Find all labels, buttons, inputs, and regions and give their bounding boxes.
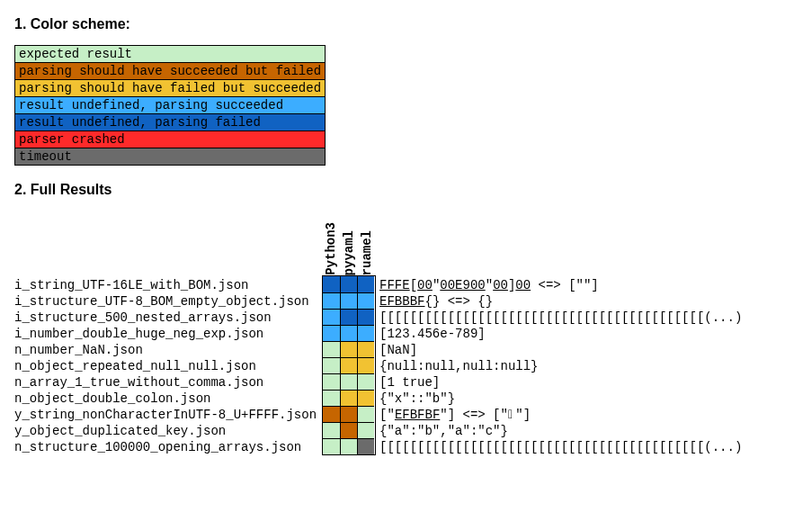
result-cell — [340, 373, 357, 390]
legend-row: parser crashed — [15, 130, 325, 148]
result-row — [323, 309, 375, 325]
result-cell — [323, 438, 340, 454]
result-row — [323, 406, 375, 422]
result-cell — [340, 276, 357, 292]
test-file-name: i_structure_500_nested_arrays.json — [14, 310, 317, 326]
test-file-name: n_object_double_colon.json — [14, 391, 317, 407]
result-cell — [340, 309, 357, 325]
result-cell — [323, 390, 340, 406]
result-row — [323, 357, 375, 373]
result-cell — [357, 325, 374, 341]
results-table: i_string_UTF-16LE_with_BOM.jsoni_structu… — [14, 211, 798, 455]
raw-content: {"x"::"b"} — [379, 391, 742, 407]
test-file-name: i_structure_UTF-8_BOM_empty_object.json — [14, 293, 317, 310]
heading-full-results: 2. Full Results — [14, 182, 798, 198]
result-cell — [323, 373, 340, 390]
result-cell — [340, 390, 357, 406]
raw-content: EFBBBF{} <=> {} — [379, 293, 742, 310]
result-cell — [340, 341, 357, 357]
result-row — [323, 373, 375, 390]
result-cell — [357, 276, 374, 292]
result-cell — [340, 357, 357, 373]
test-file-name: i_number_double_huge_neg_exp.json — [14, 326, 317, 342]
legend-row: result undefined, parsing succeeded — [15, 96, 325, 113]
result-cell — [340, 406, 357, 422]
result-cell — [323, 357, 340, 373]
result-row — [323, 438, 375, 454]
test-file-name: i_string_UTF-16LE_with_BOM.json — [14, 277, 317, 293]
result-cell — [340, 325, 357, 341]
raw-content: ["EFBFBF"] <=> ["￿"] — [379, 407, 742, 423]
result-cell — [357, 341, 374, 357]
legend-row: result undefined, parsing failed — [15, 113, 325, 130]
result-cell — [340, 292, 357, 309]
legend-row: parsing should have failed but succeeded — [15, 79, 325, 96]
result-cell — [357, 357, 374, 373]
result-row — [323, 292, 375, 309]
result-cell — [357, 309, 374, 325]
test-file-name: n_structure_100000_opening_arrays.json — [14, 439, 317, 455]
parser-header: ruamel — [358, 230, 376, 275]
result-cell — [340, 438, 357, 454]
test-file-name: n_object_repeated_null_null.json — [14, 358, 317, 374]
result-cell — [357, 390, 374, 406]
raw-content: {"a":"b","a":"c"} — [379, 423, 742, 439]
result-cell — [357, 292, 374, 309]
result-cell — [323, 325, 340, 341]
test-file-name: y_string_nonCharacterInUTF-8_U+FFFF.json — [14, 407, 317, 423]
result-cell — [323, 292, 340, 309]
raw-content: FFFE[00"00E900"00]00 <=> [""] — [379, 277, 742, 293]
result-row — [323, 422, 375, 438]
result-cell — [323, 422, 340, 438]
result-row — [323, 390, 375, 406]
result-cell — [323, 309, 340, 325]
result-row — [323, 325, 375, 341]
legend-row: parsing should have succeeded but failed — [15, 62, 325, 79]
legend-row: expected result — [15, 46, 325, 62]
legend-row: timeout — [15, 148, 325, 165]
result-cell — [357, 406, 374, 422]
parser-header: pyyaml — [340, 230, 358, 275]
raw-content: [NaN] — [379, 342, 742, 358]
raw-content: [[[[[[[[[[[[[[[[[[[[[[[[[[[[[[[[[[[[[[[[… — [379, 310, 742, 326]
parser-header: Python3 — [322, 222, 340, 275]
result-row — [323, 341, 375, 357]
result-cell — [357, 422, 374, 438]
result-cell — [357, 438, 374, 454]
result-cell — [323, 276, 340, 292]
raw-content: [123.456e-789] — [379, 326, 742, 342]
result-cell — [357, 373, 374, 390]
test-file-name: n_array_1_true_without_comma.json — [14, 374, 317, 391]
heading-color-scheme: 1. Color scheme: — [14, 16, 798, 32]
color-legend: expected resultparsing should have succe… — [14, 45, 326, 166]
result-cell — [323, 406, 340, 422]
raw-content: [1 true] — [379, 374, 742, 391]
raw-content: {null:null,null:null} — [379, 358, 742, 374]
test-file-name: n_number_NaN.json — [14, 342, 317, 358]
result-cell — [340, 422, 357, 438]
test-file-name: y_object_duplicated_key.json — [14, 423, 317, 439]
result-row — [323, 276, 375, 292]
result-cell — [323, 341, 340, 357]
raw-content: [[[[[[[[[[[[[[[[[[[[[[[[[[[[[[[[[[[[[[[[… — [379, 439, 742, 455]
